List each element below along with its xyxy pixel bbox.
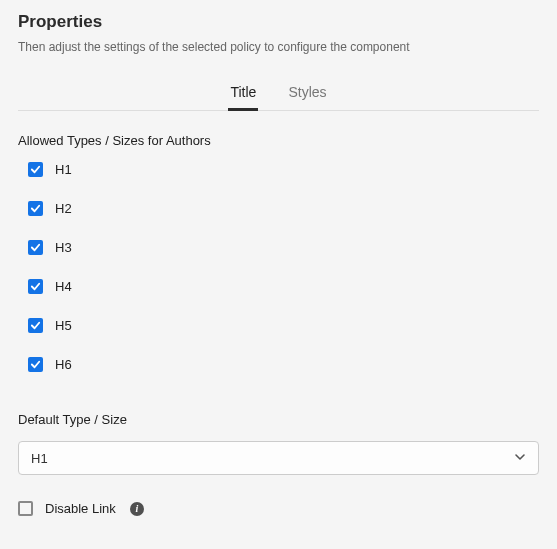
checkbox-label: H2 [55, 201, 72, 216]
check-icon [30, 320, 41, 331]
tabs-bar: Title Styles [18, 78, 539, 111]
info-icon[interactable]: i [130, 502, 144, 516]
check-icon [30, 203, 41, 214]
select-value: H1 [31, 451, 48, 466]
check-icon [30, 281, 41, 292]
allowed-type-row: H5 [28, 318, 539, 333]
panel-title: Properties [18, 12, 539, 32]
default-type-select[interactable]: H1 [18, 441, 539, 475]
allowed-type-row: H6 [28, 357, 539, 372]
checkbox-h5[interactable] [28, 318, 43, 333]
allowed-type-row: H4 [28, 279, 539, 294]
checkbox-label: H3 [55, 240, 72, 255]
allowed-types-label: Allowed Types / Sizes for Authors [18, 133, 539, 148]
check-icon [30, 359, 41, 370]
panel-description: Then adjust the settings of the selected… [18, 40, 539, 54]
checkbox-h1[interactable] [28, 162, 43, 177]
disable-link-label: Disable Link [45, 501, 116, 516]
checkbox-label: H1 [55, 162, 72, 177]
checkbox-h4[interactable] [28, 279, 43, 294]
default-type-label: Default Type / Size [18, 412, 539, 427]
checkbox-h6[interactable] [28, 357, 43, 372]
checkbox-h2[interactable] [28, 201, 43, 216]
disable-link-row: Disable Link i [18, 501, 539, 516]
checkbox-label: H6 [55, 357, 72, 372]
checkbox-label: H4 [55, 279, 72, 294]
allowed-type-row: H3 [28, 240, 539, 255]
checkbox-disable-link[interactable] [18, 501, 33, 516]
chevron-down-icon [514, 451, 526, 466]
checkbox-h3[interactable] [28, 240, 43, 255]
checkbox-label: H5 [55, 318, 72, 333]
tab-title[interactable]: Title [228, 78, 258, 110]
check-icon [30, 242, 41, 253]
allowed-type-row: H1 [28, 162, 539, 177]
allowed-type-row: H2 [28, 201, 539, 216]
tab-styles[interactable]: Styles [286, 78, 328, 110]
check-icon [30, 164, 41, 175]
allowed-types-group: H1 H2 H3 H4 H5 H6 [18, 162, 539, 372]
